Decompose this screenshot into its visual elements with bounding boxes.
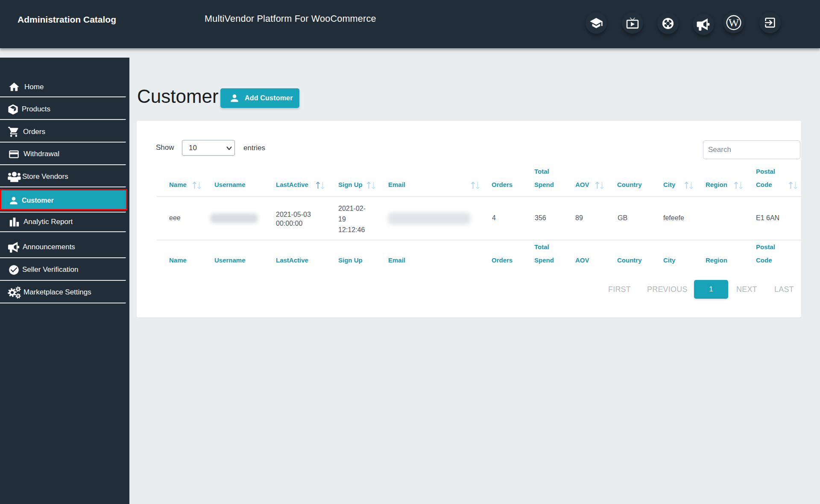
svg-text:W: W: [729, 17, 739, 29]
